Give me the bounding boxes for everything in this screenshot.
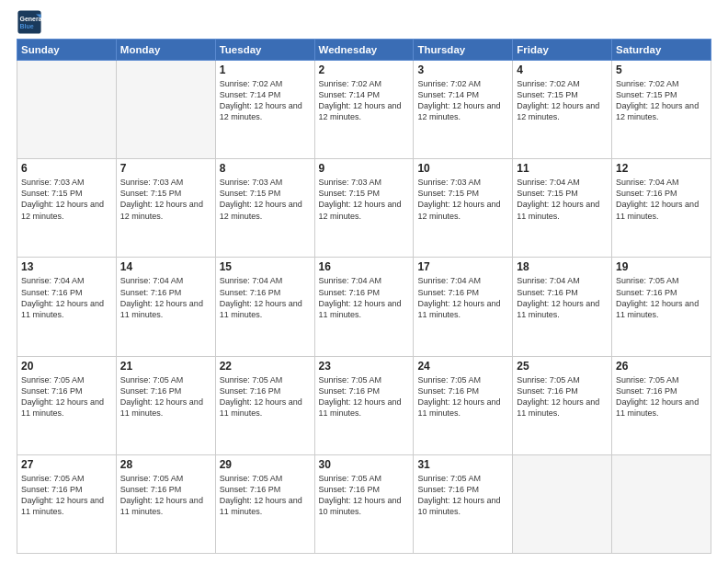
day-number: 3 xyxy=(417,63,508,76)
day-info: Sunrise: 7:05 AM Sunset: 7:16 PM Dayligh… xyxy=(616,374,707,419)
day-info: Sunrise: 7:05 AM Sunset: 7:16 PM Dayligh… xyxy=(120,473,211,518)
calendar-cell: 10Sunrise: 7:03 AM Sunset: 7:15 PM Dayli… xyxy=(414,159,513,258)
svg-text:Blue: Blue xyxy=(20,23,34,29)
day-number: 17 xyxy=(417,260,508,273)
day-number: 29 xyxy=(220,458,311,471)
calendar-cell: 29Sunrise: 7:05 AM Sunset: 7:16 PM Dayli… xyxy=(215,454,314,553)
calendar-col-header-sunday: Sunday xyxy=(17,40,117,61)
day-info: Sunrise: 7:03 AM Sunset: 7:15 PM Dayligh… xyxy=(21,177,112,222)
day-info: Sunrise: 7:02 AM Sunset: 7:14 PM Dayligh… xyxy=(220,78,311,123)
calendar-col-header-saturday: Saturday xyxy=(612,40,711,61)
day-number: 8 xyxy=(220,162,311,175)
day-number: 5 xyxy=(616,63,707,76)
day-info: Sunrise: 7:04 AM Sunset: 7:16 PM Dayligh… xyxy=(120,275,211,320)
calendar-cell: 19Sunrise: 7:05 AM Sunset: 7:16 PM Dayli… xyxy=(612,258,711,356)
calendar-cell xyxy=(116,61,215,159)
calendar-cell: 22Sunrise: 7:05 AM Sunset: 7:16 PM Dayli… xyxy=(215,356,314,454)
day-info: Sunrise: 7:05 AM Sunset: 7:16 PM Dayligh… xyxy=(120,374,211,419)
calendar-cell xyxy=(513,454,612,553)
day-number: 26 xyxy=(616,360,707,373)
calendar-cell: 27Sunrise: 7:05 AM Sunset: 7:16 PM Dayli… xyxy=(17,454,117,553)
logo: General Blue xyxy=(17,9,46,35)
calendar-cell: 25Sunrise: 7:05 AM Sunset: 7:16 PM Dayli… xyxy=(513,356,612,454)
calendar-week-row: 27Sunrise: 7:05 AM Sunset: 7:16 PM Dayli… xyxy=(17,454,711,553)
day-info: Sunrise: 7:04 AM Sunset: 7:15 PM Dayligh… xyxy=(517,177,608,222)
day-info: Sunrise: 7:04 AM Sunset: 7:16 PM Dayligh… xyxy=(616,177,707,222)
day-number: 14 xyxy=(120,260,211,273)
day-number: 11 xyxy=(517,162,608,175)
calendar-cell xyxy=(612,454,711,553)
day-info: Sunrise: 7:05 AM Sunset: 7:16 PM Dayligh… xyxy=(21,374,112,419)
calendar-cell: 31Sunrise: 7:05 AM Sunset: 7:16 PM Dayli… xyxy=(414,454,513,553)
day-info: Sunrise: 7:05 AM Sunset: 7:16 PM Dayligh… xyxy=(616,275,707,320)
day-info: Sunrise: 7:03 AM Sunset: 7:15 PM Dayligh… xyxy=(319,177,410,222)
day-number: 12 xyxy=(616,162,707,175)
calendar-table: SundayMondayTuesdayWednesdayThursdayFrid… xyxy=(17,39,711,554)
day-number: 28 xyxy=(120,458,211,471)
calendar-cell: 14Sunrise: 7:04 AM Sunset: 7:16 PM Dayli… xyxy=(116,258,215,356)
day-info: Sunrise: 7:05 AM Sunset: 7:16 PM Dayligh… xyxy=(220,473,311,518)
day-info: Sunrise: 7:03 AM Sunset: 7:15 PM Dayligh… xyxy=(417,177,508,222)
calendar-cell: 2Sunrise: 7:02 AM Sunset: 7:14 PM Daylig… xyxy=(314,61,414,159)
day-info: Sunrise: 7:04 AM Sunset: 7:16 PM Dayligh… xyxy=(417,275,508,320)
day-info: Sunrise: 7:05 AM Sunset: 7:16 PM Dayligh… xyxy=(417,374,508,419)
day-info: Sunrise: 7:05 AM Sunset: 7:16 PM Dayligh… xyxy=(417,473,508,518)
day-info: Sunrise: 7:04 AM Sunset: 7:16 PM Dayligh… xyxy=(220,275,311,320)
calendar-cell: 4Sunrise: 7:02 AM Sunset: 7:15 PM Daylig… xyxy=(513,61,612,159)
day-info: Sunrise: 7:05 AM Sunset: 7:16 PM Dayligh… xyxy=(21,473,112,518)
calendar-week-row: 6Sunrise: 7:03 AM Sunset: 7:15 PM Daylig… xyxy=(17,159,711,258)
day-number: 13 xyxy=(21,260,112,273)
day-info: Sunrise: 7:04 AM Sunset: 7:16 PM Dayligh… xyxy=(21,275,112,320)
day-info: Sunrise: 7:04 AM Sunset: 7:16 PM Dayligh… xyxy=(319,275,410,320)
day-number: 25 xyxy=(517,360,608,373)
day-number: 10 xyxy=(417,162,508,175)
calendar-week-row: 20Sunrise: 7:05 AM Sunset: 7:16 PM Dayli… xyxy=(17,356,711,454)
calendar-cell: 3Sunrise: 7:02 AM Sunset: 7:14 PM Daylig… xyxy=(414,61,513,159)
day-info: Sunrise: 7:03 AM Sunset: 7:15 PM Dayligh… xyxy=(220,177,311,222)
logo-icon: General Blue xyxy=(17,9,42,35)
day-number: 23 xyxy=(319,360,410,373)
day-number: 19 xyxy=(616,260,707,273)
calendar-cell: 26Sunrise: 7:05 AM Sunset: 7:16 PM Dayli… xyxy=(612,356,711,454)
calendar-cell: 18Sunrise: 7:04 AM Sunset: 7:16 PM Dayli… xyxy=(513,258,612,356)
calendar-cell xyxy=(17,61,117,159)
header: General Blue xyxy=(17,9,711,35)
calendar-cell: 11Sunrise: 7:04 AM Sunset: 7:15 PM Dayli… xyxy=(513,159,612,258)
calendar-cell: 6Sunrise: 7:03 AM Sunset: 7:15 PM Daylig… xyxy=(17,159,117,258)
day-number: 21 xyxy=(120,360,211,373)
calendar-page: General Blue SundayMondayTuesdayWednesda… xyxy=(0,0,728,563)
calendar-cell: 15Sunrise: 7:04 AM Sunset: 7:16 PM Dayli… xyxy=(215,258,314,356)
calendar-cell: 24Sunrise: 7:05 AM Sunset: 7:16 PM Dayli… xyxy=(414,356,513,454)
calendar-week-row: 13Sunrise: 7:04 AM Sunset: 7:16 PM Dayli… xyxy=(17,258,711,356)
day-info: Sunrise: 7:05 AM Sunset: 7:16 PM Dayligh… xyxy=(220,374,311,419)
day-info: Sunrise: 7:02 AM Sunset: 7:15 PM Dayligh… xyxy=(616,78,707,123)
day-number: 31 xyxy=(417,458,508,471)
calendar-cell: 8Sunrise: 7:03 AM Sunset: 7:15 PM Daylig… xyxy=(215,159,314,258)
calendar-cell: 17Sunrise: 7:04 AM Sunset: 7:16 PM Dayli… xyxy=(414,258,513,356)
day-number: 20 xyxy=(21,360,112,373)
calendar-cell: 21Sunrise: 7:05 AM Sunset: 7:16 PM Dayli… xyxy=(116,356,215,454)
day-number: 27 xyxy=(21,458,112,471)
calendar-col-header-wednesday: Wednesday xyxy=(314,40,414,61)
calendar-col-header-friday: Friday xyxy=(513,40,612,61)
calendar-col-header-tuesday: Tuesday xyxy=(215,40,314,61)
calendar-cell: 7Sunrise: 7:03 AM Sunset: 7:15 PM Daylig… xyxy=(116,159,215,258)
day-number: 15 xyxy=(220,260,311,273)
day-number: 7 xyxy=(120,162,211,175)
day-number: 16 xyxy=(319,260,410,273)
day-number: 18 xyxy=(517,260,608,273)
day-number: 6 xyxy=(21,162,112,175)
calendar-cell: 12Sunrise: 7:04 AM Sunset: 7:16 PM Dayli… xyxy=(612,159,711,258)
calendar-cell: 9Sunrise: 7:03 AM Sunset: 7:15 PM Daylig… xyxy=(314,159,414,258)
calendar-cell: 28Sunrise: 7:05 AM Sunset: 7:16 PM Dayli… xyxy=(116,454,215,553)
calendar-col-header-thursday: Thursday xyxy=(414,40,513,61)
day-number: 2 xyxy=(319,63,410,76)
calendar-cell: 13Sunrise: 7:04 AM Sunset: 7:16 PM Dayli… xyxy=(17,258,117,356)
day-info: Sunrise: 7:03 AM Sunset: 7:15 PM Dayligh… xyxy=(120,177,211,222)
day-number: 1 xyxy=(220,63,311,76)
calendar-week-row: 1Sunrise: 7:02 AM Sunset: 7:14 PM Daylig… xyxy=(17,61,711,159)
day-info: Sunrise: 7:02 AM Sunset: 7:14 PM Dayligh… xyxy=(417,78,508,123)
calendar-cell: 30Sunrise: 7:05 AM Sunset: 7:16 PM Dayli… xyxy=(314,454,414,553)
calendar-cell: 20Sunrise: 7:05 AM Sunset: 7:16 PM Dayli… xyxy=(17,356,117,454)
calendar-cell: 16Sunrise: 7:04 AM Sunset: 7:16 PM Dayli… xyxy=(314,258,414,356)
